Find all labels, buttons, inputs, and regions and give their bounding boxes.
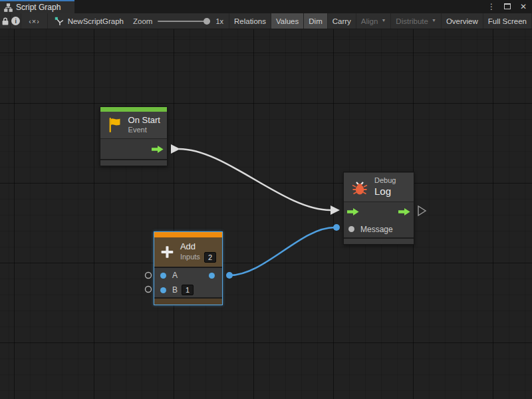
script-graph-asset-icon bbox=[55, 17, 64, 26]
plus-icon bbox=[160, 243, 174, 261]
node-debug-log[interactable]: Debug Log Message bbox=[343, 172, 414, 245]
add-result-wire-dot[interactable] bbox=[226, 272, 233, 279]
node-subtitle: Event bbox=[128, 126, 160, 135]
toolbar-button-distribute[interactable]: Distribute ▼ bbox=[391, 13, 442, 29]
wire-add-to-message[interactable] bbox=[229, 227, 334, 275]
toolbar-button-dim[interactable]: Dim bbox=[304, 13, 327, 29]
add-port-b-row: B 1 bbox=[154, 283, 222, 297]
zoom-slider-handle[interactable] bbox=[203, 18, 210, 25]
zoom-slider[interactable] bbox=[158, 21, 210, 22]
graph-hierarchy-icon bbox=[4, 3, 13, 12]
node-surtitle: Debug bbox=[374, 176, 396, 186]
graph-canvas[interactable]: On Start Event bbox=[0, 29, 532, 399]
add-port-a-row: A bbox=[154, 268, 222, 283]
edit-source-button[interactable]: ‹×› bbox=[21, 13, 47, 29]
tab-title: Script Graph bbox=[16, 3, 61, 12]
info-button[interactable]: i bbox=[11, 13, 21, 29]
log-exit-external-triangle[interactable] bbox=[418, 206, 426, 215]
bug-icon bbox=[350, 178, 369, 197]
add-port-a-external-circle[interactable] bbox=[146, 273, 152, 279]
zoom-value: 1x bbox=[215, 17, 223, 25]
close-icon[interactable]: ✕ bbox=[519, 0, 528, 13]
node-title: Log bbox=[374, 186, 396, 198]
flow-input-arrow-icon[interactable] bbox=[347, 208, 359, 215]
toolbar-button-relations[interactable]: Relations bbox=[229, 13, 271, 29]
chevron-down-icon: ▼ bbox=[432, 18, 436, 23]
add-result-output-port[interactable] bbox=[209, 273, 215, 279]
lock-icon bbox=[1, 17, 9, 26]
inputs-count-field[interactable]: 2 bbox=[204, 252, 216, 263]
zoom-control: Zoom 1x bbox=[128, 13, 229, 29]
on-start-header: On Start Event bbox=[100, 112, 167, 138]
tab-script-graph[interactable]: Script Graph bbox=[0, 0, 74, 13]
log-input-arrowhead[interactable] bbox=[331, 205, 340, 215]
info-icon: i bbox=[11, 17, 20, 25]
script-graph-window: Script Graph ⋮ ✕ i ‹×› NewScriptGraph bbox=[0, 0, 532, 399]
onstart-output-arrowhead[interactable] bbox=[171, 144, 180, 154]
on-start-footer bbox=[100, 159, 167, 166]
title-bar: Script Graph ⋮ ✕ bbox=[0, 0, 532, 13]
message-wire-dot[interactable] bbox=[333, 224, 340, 231]
window-controls: ⋮ ✕ bbox=[487, 0, 531, 13]
graph-toolbar: i ‹×› NewScriptGraph Zoom 1x Relations V… bbox=[0, 13, 532, 29]
chevron-down-icon: ▼ bbox=[381, 18, 386, 23]
log-header: Debug Log bbox=[344, 172, 414, 201]
lock-button[interactable] bbox=[0, 13, 11, 29]
flow-output-arrow-icon[interactable] bbox=[152, 146, 164, 153]
add-port-b-external-circle[interactable] bbox=[146, 287, 152, 293]
maximize-icon[interactable] bbox=[503, 0, 512, 13]
code-icon: ‹×› bbox=[29, 17, 40, 25]
node-subtitle: Inputs bbox=[180, 253, 200, 262]
port-a-label: A bbox=[172, 271, 178, 280]
log-footer bbox=[344, 237, 414, 244]
log-flow-row bbox=[344, 202, 414, 221]
node-title: On Start bbox=[128, 115, 160, 126]
node-add[interactable]: Add Inputs 2 A B 1 bbox=[154, 231, 223, 305]
zoom-label: Zoom bbox=[133, 17, 152, 25]
log-message-row: Message bbox=[344, 221, 414, 237]
wires-layer bbox=[0, 29, 532, 399]
add-header: Add Inputs 2 bbox=[154, 237, 222, 267]
graph-asset-breadcrumb[interactable]: NewScriptGraph bbox=[48, 13, 128, 29]
toolbar-button-overview[interactable]: Overview bbox=[442, 13, 483, 29]
wire-onstart-to-log[interactable] bbox=[179, 149, 331, 210]
add-footer bbox=[154, 297, 222, 305]
port-b-input[interactable] bbox=[160, 287, 166, 293]
graph-name: NewScriptGraph bbox=[68, 17, 124, 25]
flow-exit-arrow-icon[interactable] bbox=[398, 208, 410, 215]
toolbar-button-values[interactable]: Values bbox=[271, 13, 304, 29]
toolbar-button-carry[interactable]: Carry bbox=[328, 13, 356, 29]
window-menu-icon[interactable]: ⋮ bbox=[487, 0, 496, 13]
on-start-flow-row bbox=[100, 139, 167, 159]
message-port-label: Message bbox=[360, 225, 393, 234]
message-port[interactable] bbox=[348, 226, 354, 232]
port-b-label: B bbox=[172, 285, 178, 295]
toolbar-button-fullscreen[interactable]: Full Screen bbox=[483, 13, 532, 29]
node-on-start[interactable]: On Start Event bbox=[100, 106, 168, 166]
toolbar-button-align[interactable]: Align ▼ bbox=[356, 13, 392, 29]
add-color-bar bbox=[154, 232, 222, 237]
flag-icon bbox=[107, 116, 123, 134]
port-b-value-field[interactable]: 1 bbox=[182, 285, 194, 295]
port-a-input[interactable] bbox=[160, 273, 166, 279]
node-title: Add bbox=[180, 241, 216, 252]
event-color-bar bbox=[100, 107, 167, 112]
